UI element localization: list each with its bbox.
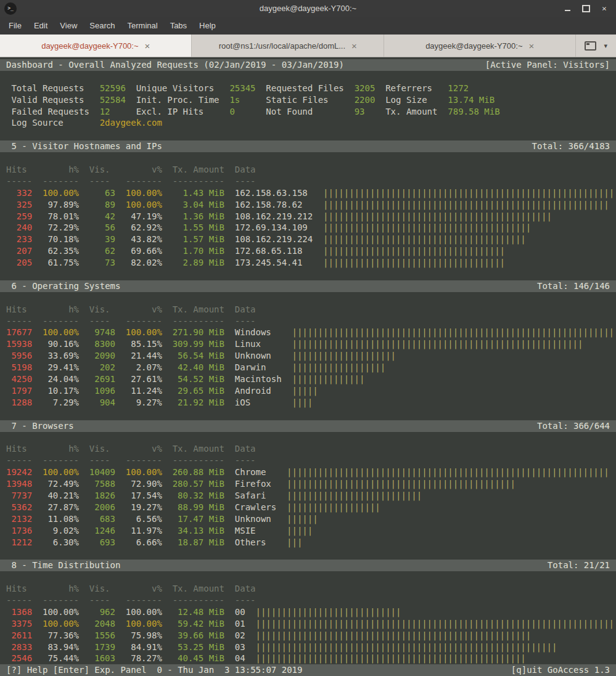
terminal-tab-3[interactable]: daygeek@daygeek-Y700:~× [384,35,576,57]
hits-percent: 61.75% [43,257,79,269]
column-dashes: ------- [126,176,162,187]
column-dashes: ---- [235,176,313,187]
column-header: Vis. [89,443,115,455]
column-dashes: ---- [89,455,115,466]
menu-item-terminal[interactable]: Terminal [121,18,164,33]
summary-label: Log Source [11,117,89,129]
maximize-icon [582,5,590,12]
data-value: Windows [235,327,282,338]
hits-value: 19242 [6,466,32,478]
visitors-value: 39 [89,234,115,245]
column-header: Data [235,443,276,455]
tab-title: root@ns1:/usr/local/apache/domL... [219,41,345,51]
panel-total: Total: 366/644 [537,420,610,432]
visitors-value: 683 [89,513,115,525]
summary-value: 789.58 MiB [448,106,610,118]
hits-percent: 72.49% [43,478,79,490]
panel-data-row: 332100.00%63100.00%1.43 MiB162.158.63.15… [0,187,616,199]
visitors-value: 1739 [89,641,115,653]
detach-tab-icon[interactable] [585,41,596,51]
visitors-percent: 2.07% [126,362,162,373]
column-dashes: ----- [6,455,32,466]
summary-label: Excl. IP Hits [136,106,220,118]
menu-item-file[interactable]: File [2,18,28,33]
footer-quit-text: [q]uit GoAccess 1.3 [511,664,610,676]
maximize-button[interactable] [581,4,590,13]
bar-chart: |||||||||||||||||| [287,502,610,513]
visitors-percent: 78.27% [126,653,162,664]
visitors-percent: 11.97% [126,525,162,537]
menu-item-help[interactable]: Help [193,18,222,33]
terminal-tab-2[interactable]: root@ns1:/usr/local/apache/domL...× [192,35,384,57]
visitors-percent: 69.66% [126,245,162,257]
tab-close-icon[interactable]: × [529,41,535,51]
column-header: h% [43,443,79,455]
summary-value: 25345 [229,83,255,94]
column-underline-row: ------------------------------------- [0,595,616,606]
visitors-percent: 85.15% [126,338,162,350]
data-value: 03 [235,641,245,653]
window-controls: × [563,4,616,13]
panel-data-row: 17677100.00%9748100.00%271.90 MiBWindows… [0,327,616,338]
summary-value: 52596 [100,83,126,94]
column-dashes: ------- [43,455,79,466]
hits-value: 1736 [6,525,32,537]
visitors-value: 962 [89,606,115,618]
visitors-value: 2006 [89,502,115,513]
menu-item-edit[interactable]: Edit [28,18,54,33]
panel-title: 5 - Visitor Hostnames and IPs [6,140,162,152]
visitors-value: 693 [89,537,115,548]
hits-percent: 100.00% [43,466,79,478]
minimize-icon [565,10,570,11]
column-dashes: ----- [6,595,32,606]
menu-item-tabs[interactable]: Tabs [164,18,193,33]
visitors-value: 73 [89,257,115,269]
panel-total: Total: 366/4183 [532,140,610,152]
hits-percent: 100.00% [43,618,79,630]
terminal-tab-1[interactable]: daygeek@daygeek-Y700:~× [0,35,192,57]
data-value: 172.68.65.118 [235,245,313,257]
tab-close-icon[interactable]: × [351,41,357,51]
tx-amount: 88.99 MiB [173,502,224,513]
goaccess-header-bar: Dashboard - Overall Analyzed Requests (0… [0,59,616,71]
tab-close-icon[interactable]: × [145,41,150,51]
data-value: Chrome [235,466,276,478]
summary-label: Failed Requests [11,106,89,118]
hits-value: 4250 [6,373,32,385]
terminal-screen[interactable]: Dashboard - Overall Analyzed Requests (0… [0,57,616,676]
summary-label: Not Found [266,106,343,118]
visitors-percent: 100.00% [126,618,162,630]
hits-percent: 40.21% [43,490,79,502]
column-header: Data [235,164,313,176]
close-button[interactable]: × [600,4,609,13]
title-bar[interactable]: >_ daygeek@daygeek-Y700:~ × [0,0,616,17]
panel-title: 8 - Time Distribution [6,560,120,571]
blank-line [0,292,616,304]
minimize-button[interactable] [563,4,572,13]
summary-label: Referrers [385,83,437,94]
column-dashes: ------- [43,176,79,187]
column-header: v% [126,443,162,455]
panel-header-bar: 7 - BrowsersTotal: 366/644 [0,420,616,432]
data-value: MSIE [235,525,276,537]
menu-item-view[interactable]: View [54,18,83,33]
panel-data-row: 12887.29%9049.27%21.92 MiBiOS|||| [0,397,616,409]
column-header: v% [126,164,162,176]
column-underline-row: ------------------------------------- [0,455,616,466]
visitors-percent: 27.61% [126,373,162,385]
visitors-value: 202 [89,362,115,373]
column-header-row: Hitsh%Vis.v%Tx. AmountData [0,164,616,176]
blank-line [0,152,616,164]
hits-value: 7737 [6,490,32,502]
bar-chart: ||||||||||||||||||||||||||||||||||||||||… [255,630,610,641]
visitors-percent: 6.56% [126,513,162,525]
tx-amount: 18.87 MiB [173,537,224,548]
menu-item-search[interactable]: Search [83,18,121,33]
column-header: Data [235,304,282,316]
panel-data-row: 213211.08%6836.56%17.47 MiBUnknown|||||| [0,513,616,525]
visitors-value: 2090 [89,350,115,362]
tab-list-chevron-icon[interactable]: ▾ [604,42,607,50]
bar-chart: ||||||||||||||||||||||||||||||||||||||||… [292,327,614,338]
data-value: Crawlers [235,502,276,513]
hits-value: 259 [6,211,32,222]
